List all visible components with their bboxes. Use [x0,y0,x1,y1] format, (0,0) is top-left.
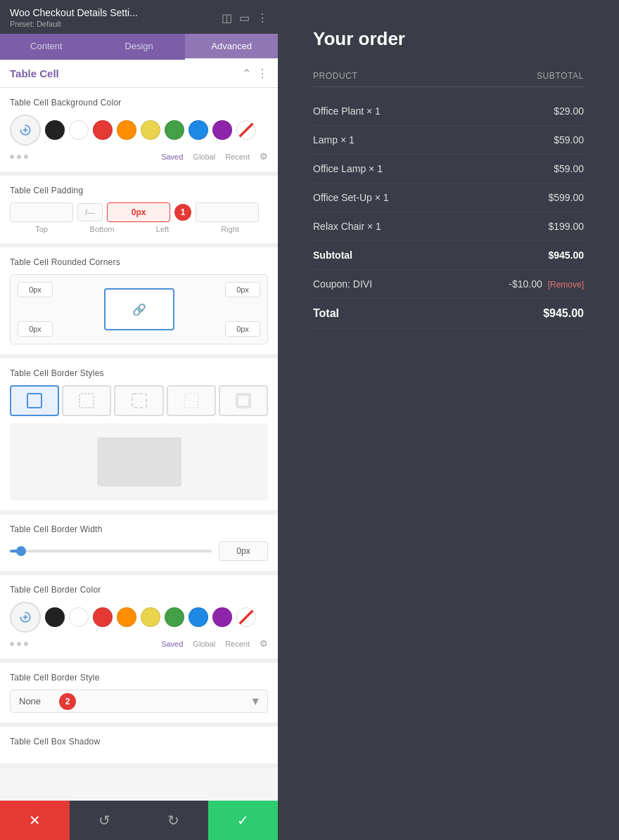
collapse-icon[interactable]: ⌃ [242,67,251,80]
border-style-dashed[interactable] [114,385,163,416]
border-swatch-blue[interactable] [189,607,208,627]
more-options-icon[interactable]: ⋮ [257,11,268,25]
active-color-swatch[interactable] [10,115,41,146]
border-styles-group: Table Cell Border Styles [0,358,278,515]
svg-rect-5 [238,395,249,406]
border-swatch-white[interactable] [69,607,89,627]
order-row-1: Lamp × 1 $59.00 [313,126,584,155]
coupon-label: Coupon: DIVI [313,278,372,290]
right-panel: Your order Product Subtotal Office Plant… [278,0,619,840]
tab-advanced[interactable]: Advanced [185,34,278,60]
redo-button[interactable]: ↻ [139,801,209,840]
swatch-yellow[interactable] [141,120,160,140]
border-preview [10,423,268,500]
close-button[interactable]: ✕ [0,801,70,840]
header-product-col: Product [313,71,358,81]
order-header: Product Subtotal [313,71,584,87]
corners-label: Table Cell Rounded Corners [10,257,268,267]
swatch-orange[interactable] [117,120,136,140]
border-style-solid[interactable] [10,385,59,416]
corner-tr-input[interactable] [225,282,260,297]
swatch-strikethrough[interactable] [236,120,256,140]
corner-tl-input[interactable] [18,282,53,297]
tabs-bar: Content Design Advanced [0,34,278,60]
border-width-value[interactable] [219,541,268,561]
expand-icon[interactable]: ▭ [239,11,250,25]
border-color-settings-icon[interactable]: ⚙ [260,638,268,649]
left-panel: Woo Checkout Details Setti... Preset: De… [0,0,278,840]
border-swatch-yellow[interactable] [141,607,160,627]
border-style-select[interactable]: None Solid Dashed Dotted Double [10,690,268,713]
section-title: Table Cell [10,67,59,79]
border-color-dots [10,639,28,649]
panel-header: Woo Checkout Details Setti... Preset: De… [0,0,278,34]
border-swatch-green[interactable] [165,607,184,627]
tab-content[interactable]: Content [0,34,93,60]
swatch-black[interactable] [45,120,65,140]
border-width-track[interactable] [10,550,212,553]
section-more-icon[interactable]: ⋮ [257,67,268,80]
border-swatch-black[interactable] [45,607,65,627]
swatch-white[interactable] [69,120,89,140]
coupon-value: -$10.00 [Remove] [509,278,584,290]
header-subtotal-col: Subtotal [537,71,584,81]
order-title: Your order [313,28,584,50]
panel-header-icons: ◫ ▭ ⋮ [222,11,268,25]
subtotal-label: Subtotal [313,250,352,261]
box-shadow-group: Table Cell Box Shadow [0,727,278,768]
total-value: $945.00 [543,307,584,320]
save-button[interactable]: ✓ [208,801,278,840]
order-table: Product Subtotal Office Plant × 1 $29.00… [313,71,584,329]
border-styles-label: Table Cell Border Styles [10,368,268,378]
border-style-none[interactable] [62,385,111,416]
swatch-red[interactable] [93,120,113,140]
swatch-purple[interactable] [212,120,232,140]
padding-right-input[interactable] [196,202,259,222]
order-row-3: Office Set-Up × 1 $599.00 [313,183,584,212]
section-header-icons: ⌃ ⋮ [242,67,268,80]
corners-link-center[interactable]: 🔗 [104,288,174,330]
border-styles-row [10,385,268,416]
total-label: Total [313,307,339,320]
padding-labels: Top Bottom Left Right [10,225,268,233]
border-swatch-purple[interactable] [212,607,232,627]
border-active-color-swatch[interactable] [10,602,41,633]
border-width-label: Table Cell Border Width [10,524,268,534]
svg-rect-0 [27,394,42,408]
save-icon: ✓ [237,812,249,829]
padding-group: Table Cell Padding /— 1 Top Bottom Left … [0,176,278,247]
responsive-icon[interactable]: ◫ [222,11,232,25]
padding-left-input[interactable] [107,202,170,222]
color-dots [10,152,28,162]
color-settings-icon[interactable]: ⚙ [260,151,268,162]
reset-button[interactable]: ↺ [70,801,139,840]
swatch-blue[interactable] [189,120,208,140]
border-style-step-badge[interactable]: 2 [59,693,76,710]
border-preview-inner [97,437,181,486]
border-style-dotted[interactable] [167,385,216,416]
label-right: Right [198,225,262,233]
corner-br-input[interactable] [225,321,260,337]
tab-design[interactable]: Design [93,34,186,60]
corner-bl-input[interactable] [18,321,53,337]
box-shadow-label: Table Cell Box Shadow [10,737,268,747]
border-width-thumb[interactable] [16,546,26,556]
link-icon: 🔗 [132,303,146,316]
color-meta: Saved Global Recent ⚙ [161,151,268,162]
border-color-meta: Saved Global Recent ⚙ [161,638,268,649]
padding-top-input[interactable] [10,202,73,222]
coupon-remove-link[interactable]: [Remove] [548,280,584,290]
panel-preset: Preset: Default [10,20,138,28]
border-style-label: Table Cell Border Style [10,673,268,683]
border-swatch-strikethrough[interactable] [236,607,256,627]
swatch-green[interactable] [165,120,184,140]
order-row-coupon: Coupon: DIVI -$10.00 [Remove] [313,270,584,299]
padding-link-button[interactable]: /— [77,203,103,221]
border-style-double[interactable] [219,385,268,416]
bottom-toolbar: ✕ ↺ ↻ ✓ [0,801,278,840]
border-swatch-red[interactable] [93,607,113,627]
order-price-0: $29.00 [554,105,584,117]
padding-label: Table Cell Padding [10,186,268,195]
border-swatch-orange[interactable] [117,607,136,627]
padding-step-badge[interactable]: 1 [174,204,191,221]
